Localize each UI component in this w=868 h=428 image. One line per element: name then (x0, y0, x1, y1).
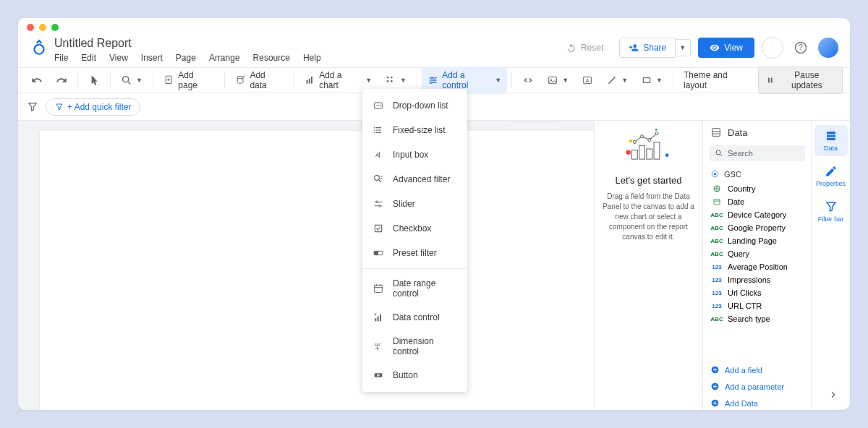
close-traffic-light[interactable] (27, 24, 34, 31)
share-button[interactable]: Share (619, 38, 676, 58)
filter-icon (55, 103, 64, 111)
control-option-drop-down-list[interactable]: Drop-down list (362, 93, 467, 118)
undo-icon (566, 43, 576, 53)
menu-edit[interactable]: Edit (81, 53, 96, 63)
svg-point-76 (374, 129, 375, 131)
field-query[interactable]: ABCQuery (703, 247, 811, 260)
control-option-checkbox[interactable]: Checkbox (362, 216, 467, 241)
svg-point-27 (550, 79, 552, 80)
more-options-button[interactable] (762, 37, 783, 59)
redo-button[interactable] (50, 71, 73, 90)
field-search-type[interactable]: ABCSearch type (703, 312, 811, 325)
undo-button[interactable] (25, 71, 48, 90)
menu-resource[interactable]: Resource (253, 53, 290, 63)
zoom-icon (121, 74, 132, 86)
menu-view[interactable]: View (109, 53, 128, 63)
field-date[interactable]: Date (703, 195, 811, 208)
person-add-icon (629, 43, 639, 53)
menu-page[interactable]: Page (176, 53, 196, 63)
field-url-ctr[interactable]: 123URL CTR (703, 299, 811, 312)
svg-point-38 (655, 129, 657, 131)
add-quick-filter-chip[interactable]: + Add quick filter (46, 98, 140, 116)
chart-illustration (600, 121, 697, 165)
side-tab-filterbar[interactable]: Filter bar (814, 196, 848, 227)
control-option-fixed-size-list[interactable]: Fixed-size list (362, 118, 467, 142)
url-embed-button[interactable] (516, 71, 540, 90)
help-button[interactable]: ? (791, 38, 811, 58)
text-button[interactable]: A (576, 71, 599, 90)
svg-point-19 (391, 80, 393, 82)
control-option-slider[interactable]: Slider (362, 192, 467, 216)
line-button[interactable]: ▼ (600, 71, 634, 90)
theme-layout-button[interactable]: Theme and layout (678, 67, 757, 94)
svg-point-47 (647, 138, 650, 141)
menubar: File Edit View Insert Page Arrange Resou… (54, 53, 558, 63)
svg-point-2 (773, 48, 773, 48)
shape-button[interactable]: ▼ (635, 71, 668, 90)
menu-help[interactable]: Help (303, 53, 321, 63)
share-dropdown-button[interactable]: ▼ (675, 39, 691, 56)
svg-line-53 (720, 155, 723, 157)
search-icon (715, 149, 723, 158)
minimize-traffic-light[interactable] (39, 24, 46, 31)
svg-point-46 (640, 135, 643, 138)
svg-rect-57 (714, 200, 720, 205)
pause-updates-button[interactable]: Pause updates (758, 67, 843, 94)
field-device-category[interactable]: ABCDevice Category (703, 208, 811, 221)
control-option-button[interactable]: Button (362, 363, 467, 388)
reset-button[interactable]: Reset (558, 38, 612, 57)
side-tab-data[interactable]: Data (814, 125, 848, 156)
svg-text:?: ? (799, 43, 803, 51)
svg-point-86 (376, 201, 378, 203)
svg-rect-49 (712, 129, 720, 137)
svg-rect-95 (375, 318, 376, 321)
control-option-dimension-control[interactable]: ABCDimension control (362, 330, 467, 363)
app-logo (30, 38, 48, 57)
data-source[interactable]: GSC (703, 166, 811, 182)
side-tab-properties[interactable]: Properties (814, 160, 848, 192)
control-option-preset-filter[interactable]: Preset filter (362, 241, 467, 265)
user-avatar[interactable] (818, 38, 838, 58)
svg-rect-44 (654, 142, 660, 160)
add-parameter-link[interactable]: Add a parameter (703, 378, 811, 395)
menu-insert[interactable]: Insert (141, 53, 163, 63)
community-visualization-button[interactable]: ▼ (379, 71, 412, 90)
select-tool[interactable] (82, 71, 106, 90)
canvas-reset-button[interactable]: Reset (507, 121, 558, 122)
expand-panel-button[interactable] (828, 390, 838, 403)
document-title[interactable]: Untitled Report (54, 37, 558, 50)
zoom-tool[interactable]: ▼ (115, 71, 148, 90)
control-option-advanced-filter[interactable]: Advanced filter (362, 167, 467, 192)
report-canvas[interactable] (40, 131, 594, 410)
filter-tab-icon (825, 200, 838, 213)
svg-line-30 (608, 77, 615, 83)
pause-icon (766, 76, 775, 85)
add-page-button[interactable]: Add page (158, 67, 220, 94)
field-url-clicks[interactable]: 123Url Clicks (703, 286, 811, 299)
data-panel: Data Search GSC CountryDateABCDevice Cat… (702, 121, 811, 410)
maximize-traffic-light[interactable] (51, 24, 59, 31)
control-option-input-box[interactable]: AInput box (362, 142, 467, 167)
image-button[interactable]: ▼ (541, 71, 574, 90)
svg-rect-88 (375, 225, 381, 231)
data-search-input[interactable]: Search (709, 145, 805, 161)
svg-point-77 (374, 132, 375, 134)
svg-point-16 (387, 77, 389, 79)
field-google-property[interactable]: ABCGoogle Property (703, 221, 811, 234)
add-data-link[interactable]: Add Data (703, 395, 811, 410)
field-landing-page[interactable]: ABCLanding Page (703, 234, 811, 247)
add-data-button[interactable]: +Add data (229, 67, 289, 94)
control-option-data-control[interactable]: Data control (362, 305, 467, 330)
app-window: Untitled Report File Edit View Insert Pa… (18, 18, 850, 410)
pencil-icon (825, 165, 838, 178)
field-impressions[interactable]: 123Impressions (703, 273, 811, 286)
menu-file[interactable]: File (54, 53, 68, 63)
control-option-date-range-control[interactable]: Date range control (362, 272, 467, 305)
svg-rect-68 (827, 132, 835, 140)
field-average-position[interactable]: 123Average Position (703, 260, 811, 273)
add-field-link[interactable]: Add a field (703, 361, 811, 378)
menu-arrange[interactable]: Arrange (209, 53, 240, 63)
view-button[interactable]: View (698, 38, 754, 58)
field-country[interactable]: Country (703, 182, 811, 195)
add-control-dropdown: Drop-down listFixed-size listAInput boxA… (362, 89, 467, 392)
